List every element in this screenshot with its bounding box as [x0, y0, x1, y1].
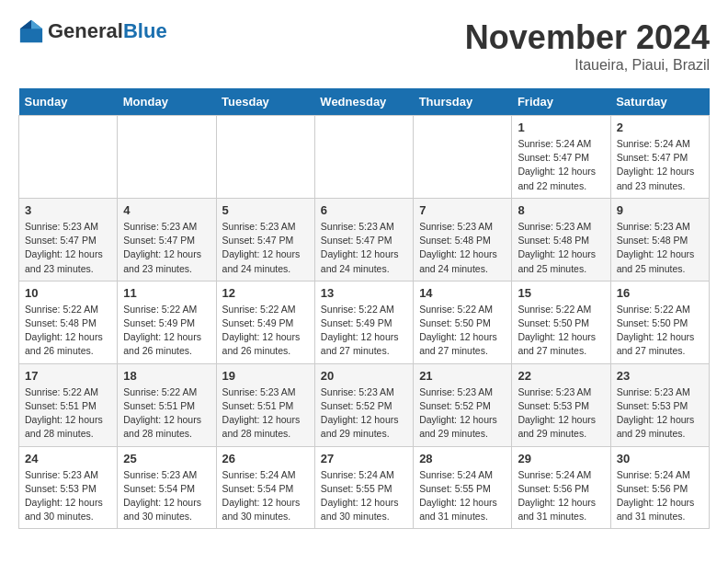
header-row: SundayMondayTuesdayWednesdayThursdayFrid… — [19, 88, 710, 116]
day-number: 27 — [321, 452, 407, 465]
day-number: 29 — [518, 452, 604, 465]
day-info: Sunrise: 5:24 AMSunset: 5:47 PMDaylight:… — [518, 137, 604, 193]
day-number: 24 — [25, 452, 111, 465]
calendar-cell: 8Sunrise: 5:23 AMSunset: 5:48 PMDaylight… — [512, 198, 610, 281]
calendar-week-row: 10Sunrise: 5:22 AMSunset: 5:48 PMDayligh… — [19, 281, 710, 363]
logo: GeneralBlue — [18, 18, 167, 44]
day-number: 13 — [321, 286, 407, 300]
calendar-cell: 5Sunrise: 5:23 AMSunset: 5:47 PMDaylight… — [216, 198, 314, 281]
calendar-cell — [216, 116, 314, 199]
day-number: 9 — [617, 203, 703, 217]
day-number: 12 — [222, 286, 309, 300]
logo-text-general: General — [48, 19, 123, 42]
day-number: 25 — [123, 452, 210, 465]
day-info: Sunrise: 5:22 AMSunset: 5:50 PMDaylight:… — [419, 303, 506, 359]
day-number: 8 — [518, 203, 604, 217]
day-number: 16 — [617, 286, 703, 300]
day-info: Sunrise: 5:22 AMSunset: 5:48 PMDaylight:… — [25, 303, 111, 359]
day-info: Sunrise: 5:23 AMSunset: 5:53 PMDaylight:… — [518, 385, 604, 442]
day-info: Sunrise: 5:22 AMSunset: 5:49 PMDaylight:… — [321, 303, 407, 359]
day-number: 17 — [25, 369, 111, 383]
day-number: 18 — [123, 369, 210, 383]
calendar-cell — [19, 116, 118, 199]
calendar-cell — [314, 116, 413, 199]
day-number: 26 — [222, 452, 309, 465]
weekday-header: Monday — [118, 88, 216, 116]
calendar-cell: 14Sunrise: 5:22 AMSunset: 5:50 PMDayligh… — [414, 281, 512, 363]
calendar-cell: 17Sunrise: 5:22 AMSunset: 5:51 PMDayligh… — [19, 363, 118, 446]
calendar-cell: 20Sunrise: 5:23 AMSunset: 5:52 PMDayligh… — [314, 363, 413, 446]
day-number: 20 — [321, 369, 407, 383]
day-number: 1 — [518, 121, 604, 134]
weekday-header: Tuesday — [216, 88, 314, 116]
day-number: 22 — [518, 369, 604, 383]
calendar-cell: 30Sunrise: 5:24 AMSunset: 5:56 PMDayligh… — [610, 446, 709, 529]
calendar-week-row: 24Sunrise: 5:23 AMSunset: 5:53 PMDayligh… — [19, 446, 710, 529]
day-info: Sunrise: 5:23 AMSunset: 5:53 PMDaylight:… — [25, 468, 111, 524]
calendar-cell: 6Sunrise: 5:23 AMSunset: 5:47 PMDaylight… — [314, 198, 413, 281]
weekday-header: Thursday — [414, 88, 512, 116]
day-info: Sunrise: 5:22 AMSunset: 5:49 PMDaylight:… — [123, 303, 210, 359]
calendar-cell: 7Sunrise: 5:23 AMSunset: 5:48 PMDaylight… — [414, 198, 512, 281]
day-info: Sunrise: 5:24 AMSunset: 5:54 PMDaylight:… — [222, 468, 309, 524]
day-number: 21 — [419, 369, 506, 383]
calendar-cell: 1Sunrise: 5:24 AMSunset: 5:47 PMDaylight… — [512, 116, 610, 199]
calendar-cell: 19Sunrise: 5:23 AMSunset: 5:51 PMDayligh… — [216, 363, 314, 446]
day-info: Sunrise: 5:23 AMSunset: 5:48 PMDaylight:… — [617, 220, 703, 276]
calendar-cell: 28Sunrise: 5:24 AMSunset: 5:55 PMDayligh… — [414, 446, 512, 529]
day-number: 10 — [25, 286, 111, 300]
weekday-header: Wednesday — [314, 88, 413, 116]
day-info: Sunrise: 5:23 AMSunset: 5:47 PMDaylight:… — [222, 220, 309, 276]
day-number: 14 — [419, 286, 506, 300]
calendar-cell: 3Sunrise: 5:23 AMSunset: 5:47 PMDaylight… — [19, 198, 118, 281]
weekday-header: Saturday — [610, 88, 709, 116]
day-number: 5 — [222, 203, 309, 217]
calendar-cell: 2Sunrise: 5:24 AMSunset: 5:47 PMDaylight… — [610, 116, 709, 199]
day-info: Sunrise: 5:23 AMSunset: 5:52 PMDaylight:… — [321, 385, 407, 442]
logo-text-blue: Blue — [123, 19, 167, 42]
calendar-cell: 10Sunrise: 5:22 AMSunset: 5:48 PMDayligh… — [19, 281, 118, 363]
day-number: 28 — [419, 452, 506, 465]
day-info: Sunrise: 5:24 AMSunset: 5:47 PMDaylight:… — [617, 137, 703, 193]
day-info: Sunrise: 5:24 AMSunset: 5:56 PMDaylight:… — [518, 468, 604, 524]
svg-marker-1 — [31, 20, 42, 29]
day-info: Sunrise: 5:23 AMSunset: 5:53 PMDaylight:… — [617, 385, 703, 442]
day-info: Sunrise: 5:23 AMSunset: 5:54 PMDaylight:… — [123, 468, 210, 524]
day-number: 3 — [25, 203, 111, 217]
day-info: Sunrise: 5:23 AMSunset: 5:48 PMDaylight:… — [518, 220, 604, 276]
calendar-cell: 22Sunrise: 5:23 AMSunset: 5:53 PMDayligh… — [512, 363, 610, 446]
calendar-cell: 15Sunrise: 5:22 AMSunset: 5:50 PMDayligh… — [512, 281, 610, 363]
title-area: November 2024 Itaueira, Piaui, Brazil — [465, 18, 710, 74]
page-header: GeneralBlue November 2024 Itaueira, Piau… — [18, 18, 710, 74]
day-number: 4 — [123, 203, 210, 217]
day-info: Sunrise: 5:23 AMSunset: 5:47 PMDaylight:… — [321, 220, 407, 276]
day-info: Sunrise: 5:23 AMSunset: 5:47 PMDaylight:… — [123, 220, 210, 276]
day-number: 15 — [518, 286, 604, 300]
calendar-cell: 24Sunrise: 5:23 AMSunset: 5:53 PMDayligh… — [19, 446, 118, 529]
day-info: Sunrise: 5:24 AMSunset: 5:55 PMDaylight:… — [321, 468, 407, 524]
calendar-cell: 13Sunrise: 5:22 AMSunset: 5:49 PMDayligh… — [314, 281, 413, 363]
calendar-cell: 21Sunrise: 5:23 AMSunset: 5:52 PMDayligh… — [414, 363, 512, 446]
calendar-cell: 18Sunrise: 5:22 AMSunset: 5:51 PMDayligh… — [118, 363, 216, 446]
day-info: Sunrise: 5:23 AMSunset: 5:48 PMDaylight:… — [419, 220, 506, 276]
day-info: Sunrise: 5:22 AMSunset: 5:51 PMDaylight:… — [123, 385, 210, 442]
svg-marker-2 — [20, 20, 31, 29]
day-info: Sunrise: 5:22 AMSunset: 5:51 PMDaylight:… — [25, 385, 111, 442]
calendar-cell: 27Sunrise: 5:24 AMSunset: 5:55 PMDayligh… — [314, 446, 413, 529]
day-number: 6 — [321, 203, 407, 217]
day-info: Sunrise: 5:24 AMSunset: 5:55 PMDaylight:… — [419, 468, 506, 524]
calendar-cell: 26Sunrise: 5:24 AMSunset: 5:54 PMDayligh… — [216, 446, 314, 529]
day-info: Sunrise: 5:23 AMSunset: 5:47 PMDaylight:… — [25, 220, 111, 276]
subtitle: Itaueira, Piaui, Brazil — [465, 57, 710, 74]
day-number: 23 — [617, 369, 703, 383]
day-number: 30 — [617, 452, 703, 465]
day-info: Sunrise: 5:22 AMSunset: 5:49 PMDaylight:… — [222, 303, 309, 359]
day-number: 11 — [123, 286, 210, 300]
day-info: Sunrise: 5:23 AMSunset: 5:51 PMDaylight:… — [222, 385, 309, 442]
calendar-cell: 11Sunrise: 5:22 AMSunset: 5:49 PMDayligh… — [118, 281, 216, 363]
calendar-cell: 16Sunrise: 5:22 AMSunset: 5:50 PMDayligh… — [610, 281, 709, 363]
calendar-cell: 25Sunrise: 5:23 AMSunset: 5:54 PMDayligh… — [118, 446, 216, 529]
calendar-cell: 29Sunrise: 5:24 AMSunset: 5:56 PMDayligh… — [512, 446, 610, 529]
calendar-table: SundayMondayTuesdayWednesdayThursdayFrid… — [18, 88, 710, 529]
weekday-header: Friday — [512, 88, 610, 116]
